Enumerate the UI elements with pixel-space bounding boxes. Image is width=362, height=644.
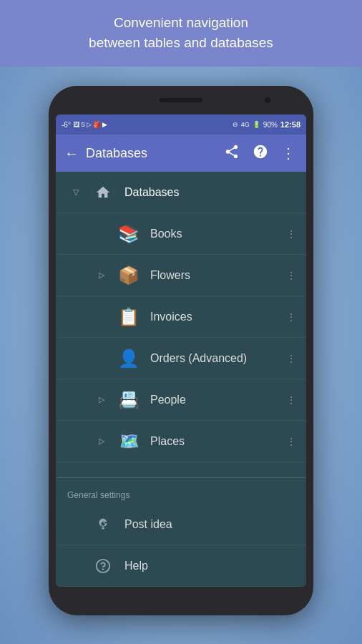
people-overflow-icon[interactable]: ⋮ bbox=[283, 391, 299, 409]
help-icon[interactable] bbox=[250, 141, 271, 166]
nav-item-flowers[interactable]: ▷ 📦 Flowers ⋮ bbox=[56, 255, 306, 296]
content-area: ▽ Databases 📚 bbox=[56, 172, 306, 587]
battery-icon: 🔋 bbox=[253, 121, 260, 128]
expand-places[interactable]: ▷ bbox=[93, 436, 110, 446]
invoices-label: Invoices bbox=[150, 311, 283, 323]
expand-people[interactable]: ▷ bbox=[93, 395, 110, 404]
app-bar: ← Databases ⋮ bbox=[56, 135, 306, 172]
phone-screen: -6° 🖼 S ▷ 🎒 ▶ ⊖ 4G 🔋 90% 12:58 bbox=[56, 114, 306, 587]
places-label: Places bbox=[150, 435, 283, 448]
section-divider bbox=[56, 477, 306, 478]
chevron-down-icon: ▽ bbox=[73, 187, 79, 197]
databases-label: Databases bbox=[124, 186, 299, 199]
time: 12:58 bbox=[280, 120, 300, 129]
camera-dot bbox=[265, 97, 270, 103]
nav-item-places[interactable]: ▷ 🗺️ Places ⋮ bbox=[56, 421, 306, 462]
people-icon: 📇 bbox=[116, 387, 142, 413]
books-label: Books bbox=[150, 228, 283, 240]
svg-point-1 bbox=[103, 569, 104, 570]
post-idea-icon bbox=[90, 512, 116, 537]
flowers-label: Flowers bbox=[150, 269, 283, 282]
phone-body: -6° 🖼 S ▷ 🎒 ▶ ⊖ 4G 🔋 90% 12:58 bbox=[49, 86, 313, 615]
orders-overflow-icon[interactable]: ⋮ bbox=[283, 350, 299, 367]
books-overflow-icon[interactable]: ⋮ bbox=[283, 225, 299, 243]
chevron-right-icon-places: ▷ bbox=[99, 436, 104, 446]
nav-item-post-idea[interactable]: Post idea bbox=[56, 504, 306, 545]
share-icon[interactable] bbox=[221, 141, 243, 166]
nav-item-orders[interactable]: 👤 Orders (Advanced) ⋮ bbox=[56, 338, 306, 379]
flowers-overflow-icon[interactable]: ⋮ bbox=[283, 267, 299, 284]
orders-label: Orders (Advanced) bbox=[150, 352, 283, 365]
expand-databases[interactable]: ▽ bbox=[67, 187, 84, 197]
phone-top-bar bbox=[49, 86, 313, 114]
banner-text: Convenient navigation between tables and… bbox=[14, 13, 348, 52]
overflow-menu-icon[interactable]: ⋮ bbox=[278, 142, 298, 165]
invoices-overflow-icon[interactable]: ⋮ bbox=[283, 308, 299, 326]
nav-item-help[interactable]: Help bbox=[56, 545, 306, 587]
chevron-right-icon: ▷ bbox=[99, 270, 104, 280]
nav-item-invoices[interactable]: 📋 Invoices ⋮ bbox=[56, 296, 306, 338]
places-overflow-icon[interactable]: ⋮ bbox=[283, 433, 299, 450]
header-banner: Convenient navigation between tables and… bbox=[0, 0, 362, 67]
people-label: People bbox=[150, 394, 283, 406]
orders-icon: 👤 bbox=[116, 346, 142, 371]
status-bar: -6° 🖼 S ▷ 🎒 ▶ ⊖ 4G 🔋 90% 12:58 bbox=[56, 114, 306, 135]
settings-section: General settings bbox=[56, 481, 306, 504]
temperature: -6° bbox=[62, 121, 71, 129]
battery-percent: 90% bbox=[263, 121, 278, 129]
home-icon bbox=[90, 180, 116, 205]
places-icon: 🗺️ bbox=[116, 429, 142, 454]
settings-section-label: General settings bbox=[67, 490, 129, 500]
speaker bbox=[160, 98, 202, 102]
signal-stop-icon: ⊖ bbox=[233, 121, 238, 128]
network-type: 4G bbox=[241, 121, 250, 128]
phone-wrapper: -6° 🖼 S ▷ 🎒 ▶ ⊖ 4G 🔋 90% 12:58 bbox=[49, 86, 313, 615]
nav-item-books[interactable]: 📚 Books ⋮ bbox=[56, 213, 306, 255]
app-bar-title: Databases bbox=[86, 146, 214, 161]
post-idea-label: Post idea bbox=[124, 518, 299, 531]
status-left: -6° 🖼 S ▷ 🎒 ▶ bbox=[62, 121, 107, 129]
nav-item-people[interactable]: ▷ 📇 People ⋮ bbox=[56, 379, 306, 421]
books-icon: 📚 bbox=[116, 221, 142, 247]
invoices-icon: 📋 bbox=[116, 304, 142, 330]
nav-list: ▽ Databases 📚 bbox=[56, 172, 306, 474]
help-circle-icon bbox=[90, 553, 116, 579]
notification-icons: 🖼 S ▷ 🎒 ▶ bbox=[73, 121, 107, 128]
flowers-icon: 📦 bbox=[116, 263, 142, 288]
back-button[interactable]: ← bbox=[64, 145, 79, 162]
chevron-right-icon-people: ▷ bbox=[99, 395, 104, 404]
status-right: ⊖ 4G 🔋 90% 12:58 bbox=[233, 120, 300, 129]
help-label: Help bbox=[124, 560, 299, 572]
nav-item-databases[interactable]: ▽ Databases bbox=[56, 172, 306, 213]
expand-flowers[interactable]: ▷ bbox=[93, 270, 110, 280]
